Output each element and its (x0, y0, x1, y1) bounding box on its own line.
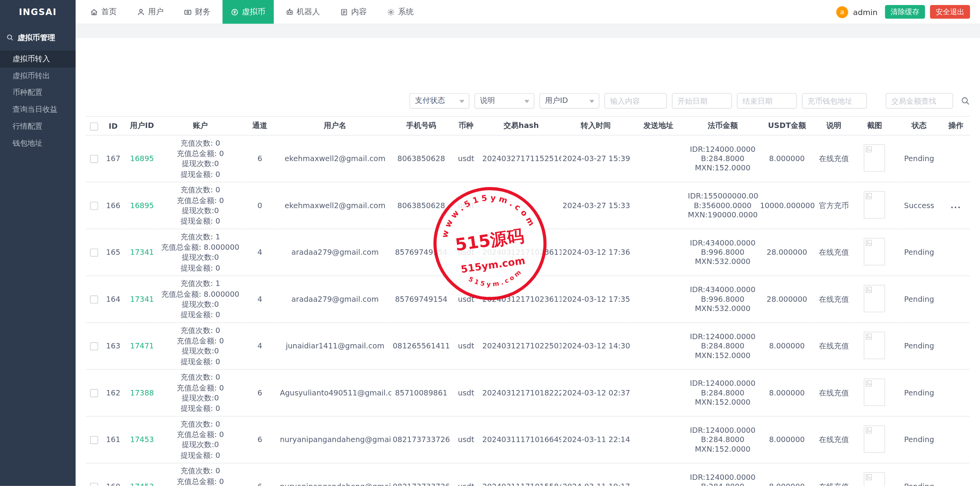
screenshot-thumbnail[interactable] (864, 378, 885, 405)
sidebar-item[interactable]: 钱包地址 (0, 135, 76, 152)
user-id-link[interactable]: 17471 (130, 341, 154, 350)
cell-operation[interactable] (942, 416, 970, 463)
screenshot-thumbnail[interactable] (864, 191, 885, 218)
select-all-header (86, 116, 102, 135)
cell-note: 在线充值 (815, 229, 852, 276)
topnav-item[interactable]: 系统 (379, 0, 422, 24)
column-header: 交易hash (481, 116, 561, 135)
sidebar-item-label: 虚拟币转入 (12, 54, 50, 63)
cell-usdt: 8.000000 (759, 463, 815, 486)
topnav-item[interactable]: 财务 (175, 0, 219, 24)
cell-operation[interactable] (942, 276, 970, 323)
cell-hash: 202403111710166499 (481, 416, 561, 463)
cell-coin: usdt (451, 416, 481, 463)
brand-logo: INGSAI (0, 0, 76, 24)
screenshot-thumbnail[interactable] (864, 425, 885, 452)
cell-usdt: 8.000000 (759, 135, 815, 182)
cell-operation[interactable] (942, 135, 970, 182)
main-area: 首页 用户 财务 虚拟币 机器人 内容 系统 a admin 清除缓存 安全退出… (76, 0, 980, 486)
sidebar-item[interactable]: 查询当日收益 (0, 101, 76, 118)
filter-select[interactable]: 用户ID (540, 93, 600, 109)
row-checkbox[interactable] (90, 155, 98, 163)
row-checkbox[interactable] (90, 296, 98, 304)
sidebar-item[interactable]: 虚拟币转出 (0, 67, 76, 84)
top-nav: 首页 用户 财务 虚拟币 机器人 内容 系统 (82, 0, 836, 24)
user-id-link[interactable]: 17341 (130, 248, 154, 257)
table-row: 166 16895 充值次数: 0充值总金额: 0提现次数:0提现金额: 0 0… (86, 182, 970, 229)
user-id-link[interactable]: 17388 (130, 388, 154, 397)
cell-account-stats: 充值次数: 0充值总金额: 0提现次数:0提现金额: 0 (160, 182, 241, 229)
table-row: 161 17453 充值次数: 0充值总金额: 0提现次数:0提现金额: 0 6… (86, 416, 970, 463)
cell-time: 2024-03-12 14:30:18 (561, 323, 630, 370)
select-all-checkbox[interactable] (90, 122, 98, 130)
cell-note: 在线充值 (815, 416, 852, 463)
cell-operation[interactable] (942, 323, 970, 370)
screenshot-thumbnail[interactable] (864, 284, 885, 312)
username-label[interactable]: admin (853, 7, 877, 17)
filter-select-value: 用户ID (545, 96, 568, 106)
cell-coin: usdt (451, 182, 481, 229)
filter-input[interactable] (802, 93, 867, 109)
filter-select[interactable]: 支付状态 (409, 93, 469, 109)
cell-send-address (630, 370, 687, 417)
cell-operation[interactable] (942, 370, 970, 417)
cell-operation[interactable] (942, 463, 970, 486)
filter-input[interactable] (672, 93, 732, 109)
cell-coin: usdt (451, 135, 481, 182)
sidebar-item[interactable]: 币种配置 (0, 84, 76, 101)
sidebar-item[interactable]: 虚拟币转入 (0, 50, 76, 67)
filter-input[interactable] (886, 93, 953, 109)
search-button[interactable] (961, 96, 970, 106)
cell-username: nuryanipangandaheng@gmail.com (278, 416, 391, 463)
screenshot-thumbnail[interactable] (864, 144, 885, 172)
user-id-link[interactable]: 16895 (130, 154, 154, 163)
cell-usdt: 10000.000000 (759, 182, 815, 229)
cell-send-address (630, 182, 687, 229)
cell-status: Pending (897, 276, 942, 323)
sidebar-item[interactable]: 行情配置 (0, 118, 76, 135)
column-header: 用户名 (278, 116, 391, 135)
avatar[interactable]: a (836, 6, 848, 18)
user-id-link[interactable]: 17453 (130, 482, 154, 486)
user-id-link[interactable]: 17341 (130, 295, 154, 304)
cell-status: Pending (897, 229, 942, 276)
cell-operation[interactable]: ... (942, 182, 970, 229)
filter-bar: 支付状态 说明 用户ID (86, 93, 970, 109)
topnav-item[interactable]: 用户 (129, 0, 172, 24)
image-icon (866, 286, 872, 293)
table-row: 163 17471 充值次数: 0充值总金额: 0提现次数:0提现金额: 0 4… (86, 323, 970, 370)
cell-id: 161 (102, 416, 124, 463)
cell-operation[interactable] (942, 229, 970, 276)
screenshot-thumbnail[interactable] (864, 331, 885, 359)
filter-input[interactable] (604, 93, 667, 109)
topnav-item[interactable]: 内容 (332, 0, 375, 24)
user-id-link[interactable]: 16895 (130, 201, 154, 210)
table-row: 164 17341 充值次数: 1充值总金额: 8.000000提现次数:0提现… (86, 276, 970, 323)
column-header: 账户 (160, 116, 241, 135)
topnav-item[interactable]: 首页 (82, 0, 125, 24)
row-checkbox[interactable] (90, 342, 98, 350)
row-checkbox[interactable] (90, 436, 98, 444)
cell-phone: 85769749154 (391, 276, 451, 323)
row-checkbox[interactable] (90, 483, 98, 486)
column-header: 通道 (241, 116, 278, 135)
screenshot-thumbnail[interactable] (864, 472, 885, 486)
filter-input[interactable] (737, 93, 797, 109)
clear-cache-button[interactable]: 清除缓存 (885, 5, 925, 19)
topnav-item[interactable]: 虚拟币 (223, 0, 273, 24)
cell-id: 166 (102, 182, 124, 229)
logout-button[interactable]: 安全退出 (930, 5, 970, 19)
content-icon (340, 8, 348, 16)
page-content: 支付状态 说明 用户ID ID用户ID账户通道用户名手机号码币种交易hash转入… (76, 38, 980, 486)
row-checkbox[interactable] (90, 249, 98, 257)
filter-select[interactable]: 说明 (474, 93, 535, 109)
cell-time: 2024-03-12 02:37:07 (561, 370, 630, 417)
topnav-item[interactable]: 机器人 (277, 0, 328, 24)
cell-id: 167 (102, 135, 124, 182)
cell-send-address (630, 229, 687, 276)
user-id-link[interactable]: 17453 (130, 436, 154, 444)
row-checkbox[interactable] (90, 389, 98, 397)
cell-fiat: IDR:124000.0000B:284.8000MXN:152.0000 (687, 135, 759, 182)
screenshot-thumbnail[interactable] (864, 238, 885, 265)
row-checkbox[interactable] (90, 202, 98, 210)
